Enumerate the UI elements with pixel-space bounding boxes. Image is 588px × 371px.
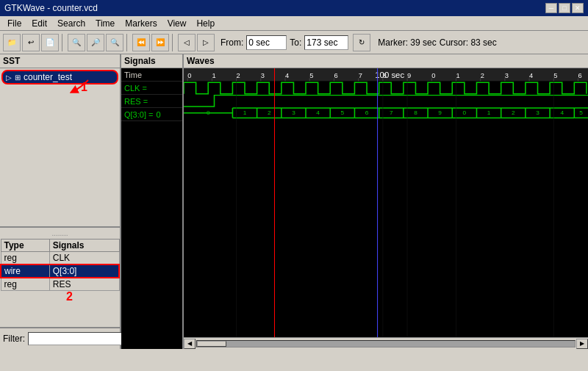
svg-text:5: 5 xyxy=(553,72,557,79)
svg-text:0: 0 xyxy=(463,109,467,116)
signal-q: Q[3:0] xyxy=(49,264,119,278)
cursor-display: Cursor: 83 sec xyxy=(440,37,497,48)
filter-label: Filter: xyxy=(3,334,25,344)
title-text: GTKWave - counter.vcd xyxy=(4,3,98,13)
open-button[interactable]: 📁 xyxy=(3,34,21,51)
svg-text:0: 0 xyxy=(207,109,210,116)
close-button[interactable]: ✕ xyxy=(572,3,584,13)
svg-text:6: 6 xyxy=(365,109,369,116)
scroll-track[interactable] xyxy=(196,340,576,347)
svg-text:9: 9 xyxy=(407,72,411,79)
scroll-left-button[interactable]: ◀ xyxy=(184,339,196,349)
svg-text:2: 2 xyxy=(481,72,484,79)
window-controls: ─ □ ✕ xyxy=(545,3,584,13)
type-clk: reg xyxy=(1,252,49,265)
menu-edit[interactable]: Edit xyxy=(27,17,51,30)
next-marker-button[interactable]: ⏩ xyxy=(151,34,169,51)
svg-text:0: 0 xyxy=(187,72,191,79)
clk-name-row: CLK = xyxy=(121,82,182,95)
menu-file[interactable]: File xyxy=(3,17,26,30)
svg-text:1: 1 xyxy=(212,72,215,79)
signal-row-res[interactable]: reg RES xyxy=(1,278,119,291)
to-input[interactable] xyxy=(304,35,348,50)
minimize-button[interactable]: ─ xyxy=(545,3,557,13)
svg-text:3: 3 xyxy=(536,109,539,116)
signal-row-q[interactable]: wire Q[3:0] xyxy=(1,264,119,278)
menu-time[interactable]: Time xyxy=(91,17,119,30)
maximize-button[interactable]: □ xyxy=(559,3,570,13)
zoom-fit-button[interactable]: 🔍 xyxy=(68,34,85,51)
filter-bar: Filter: Append Insert Replace xyxy=(0,327,120,349)
time-row: Time xyxy=(121,68,182,82)
waves-canvas[interactable]: 100 sec 0 1 2 3 4 5 6 7 8 9 0 1 2 3 xyxy=(184,68,588,337)
sst-item-counter-test[interactable]: ▷ ⊞ counter_test xyxy=(1,70,118,84)
shift-right-button[interactable]: ▷ xyxy=(197,34,215,51)
svg-text:5: 5 xyxy=(579,109,583,116)
svg-text:6: 6 xyxy=(334,72,337,79)
res-name-row: RES = xyxy=(121,95,182,108)
menu-help[interactable]: Help xyxy=(192,17,219,30)
type-res: reg xyxy=(1,278,49,291)
scroll-thumb[interactable] xyxy=(197,341,226,347)
type-q: wire xyxy=(1,264,49,278)
toolbar-separator-3 xyxy=(172,34,175,51)
type-col-header: Type xyxy=(1,239,49,252)
menu-search[interactable]: Search xyxy=(53,17,90,30)
refresh-button[interactable]: ↻ xyxy=(353,34,370,51)
svg-text:3: 3 xyxy=(292,109,295,116)
svg-text:4: 4 xyxy=(529,72,533,79)
q-name-row: Q[3:0] = 0 xyxy=(121,108,182,121)
svg-text:9: 9 xyxy=(438,109,442,116)
from-input[interactable] xyxy=(246,35,287,50)
svg-text:4: 4 xyxy=(560,109,564,116)
annotation-2: 2 xyxy=(66,290,73,303)
svg-text:8: 8 xyxy=(383,72,387,79)
svg-text:6: 6 xyxy=(578,72,582,79)
dotted-separator: ........ xyxy=(0,228,120,239)
file-button[interactable]: 📄 xyxy=(41,34,59,51)
menu-view[interactable]: View xyxy=(163,17,191,30)
signals-panel-header: Signals xyxy=(121,54,182,68)
waves-header: Waves xyxy=(184,54,588,68)
from-to-group: From: To: xyxy=(219,35,348,50)
menu-bar: File Edit Search Time Markers View Help xyxy=(0,16,588,31)
q-value: 0 xyxy=(156,110,160,119)
svg-text:8: 8 xyxy=(414,109,417,116)
zoom-in-button[interactable]: 🔎 xyxy=(87,34,104,51)
svg-text:2: 2 xyxy=(512,109,515,116)
svg-text:0: 0 xyxy=(431,72,435,79)
svg-text:7: 7 xyxy=(359,72,362,79)
sst-content: ▷ ⊞ counter_test xyxy=(0,68,120,86)
signals-panel: Signals Time CLK = RES = Q[3:0] = 0 xyxy=(121,54,184,349)
scroll-right-button[interactable]: ▶ xyxy=(576,339,588,349)
res-signal-name: RES = xyxy=(124,97,148,106)
svg-text:7: 7 xyxy=(390,109,393,116)
title-bar: GTKWave - counter.vcd ─ □ ✕ xyxy=(0,0,588,16)
svg-text:1: 1 xyxy=(243,109,247,116)
svg-text:1: 1 xyxy=(487,109,491,116)
signal-row-clk[interactable]: reg CLK xyxy=(1,252,119,265)
signals-type-section: Type Signals reg CLK wire Q[3:0] reg xyxy=(0,239,120,327)
clk-signal-name: CLK = xyxy=(124,84,147,93)
svg-text:1: 1 xyxy=(456,72,459,79)
shift-left-button[interactable]: ◁ xyxy=(178,34,196,51)
horizontal-scrollbar[interactable]: ◀ ▶ xyxy=(184,337,588,349)
signals-col-header: Signals xyxy=(49,239,119,252)
marker-cursor-display: Marker: 39 sec Cursor: 83 sec xyxy=(378,37,496,48)
reload-button[interactable]: ↩ xyxy=(22,34,40,51)
time-label: Time xyxy=(124,71,142,79)
svg-text:3: 3 xyxy=(505,72,509,79)
waves-panel: Waves 100 sec 0 1 2 3 4 5 6 7 xyxy=(184,54,588,349)
svg-text:4: 4 xyxy=(285,72,289,79)
svg-text:100 sec: 100 sec xyxy=(375,71,404,79)
from-label: From: xyxy=(219,37,245,48)
to-label: To: xyxy=(288,37,303,48)
sst-header: SST xyxy=(0,54,120,68)
left-panel: SST ▷ ⊞ counter_test 1 ........ T xyxy=(0,54,121,349)
sst-item-label: counter_test xyxy=(24,72,72,82)
prev-marker-button[interactable]: ⏪ xyxy=(132,34,150,51)
svg-text:4: 4 xyxy=(316,109,320,116)
menu-markers[interactable]: Markers xyxy=(121,17,161,30)
zoom-out-button[interactable]: 🔍 xyxy=(106,34,123,51)
sst-expand-icon: ▷ xyxy=(6,73,12,82)
